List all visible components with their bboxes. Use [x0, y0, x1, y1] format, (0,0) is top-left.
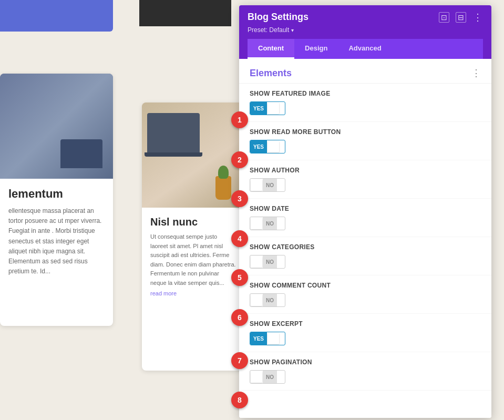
- focus-icon[interactable]: ⊡: [439, 12, 449, 23]
- tab-content[interactable]: Content: [248, 39, 294, 59]
- more-options-icon[interactable]: ⋮: [472, 12, 483, 23]
- setting-label-comment-count: Show Comment Count: [250, 282, 481, 289]
- panel-header-icons: ⊡ ⊟ ⋮: [439, 12, 483, 23]
- card-right-image: [142, 103, 244, 208]
- setting-row-author: Show AuthorNO: [239, 160, 491, 199]
- blue-rectangle: [0, 0, 113, 32]
- circle-7: 7: [231, 352, 248, 369]
- card-left-image: [0, 74, 113, 179]
- setting-label-excerpt: Show Excerpt: [250, 320, 481, 327]
- toggle-featured-image[interactable]: YES: [250, 101, 285, 115]
- panel-title: Blog Settings: [248, 12, 308, 23]
- setting-row-date: Show DateNO: [239, 199, 491, 237]
- read-more-link[interactable]: read more: [150, 290, 236, 296]
- circle-2: 2: [231, 151, 248, 168]
- setting-label-date: Show Date: [250, 205, 481, 212]
- setting-row-categories: Show CategoriesNO: [239, 237, 491, 275]
- circle-5: 5: [231, 269, 248, 286]
- panel-preset[interactable]: Preset: Default: [248, 26, 294, 34]
- panel-header: Blog Settings ⊡ ⊟ ⋮ Preset: Default Cont…: [239, 5, 491, 59]
- setting-row-comment-count: Show Comment CountNO: [239, 275, 491, 314]
- tab-advanced[interactable]: Advanced: [338, 39, 392, 59]
- dark-rectangle: [139, 0, 231, 26]
- panel-tabs: Content Design Advanced: [248, 39, 483, 59]
- plant-icon: [215, 176, 231, 200]
- settings-rows: Show Featured ImageYESShow Read More But…: [239, 84, 491, 391]
- card-right-title: Nisl nunc: [150, 216, 236, 228]
- setting-label-read-more: Show Read More Button: [250, 128, 481, 136]
- setting-row-excerpt: Show ExcerptYES: [239, 314, 491, 352]
- card-right-text: Ut consequat sempe justo laoreet sit ame…: [150, 232, 236, 288]
- card-left-title: lementum: [8, 187, 105, 201]
- circle-8: 8: [231, 392, 248, 408]
- circle-6: 6: [231, 309, 248, 326]
- toggle-excerpt[interactable]: YES: [250, 332, 285, 345]
- toggle-comment-count[interactable]: NO: [250, 293, 285, 307]
- panel-body: Elements ⋮ Show Featured ImageYESShow Re…: [239, 59, 491, 418]
- setting-label-author: Show Author: [250, 167, 481, 174]
- setting-row-pagination: Show PaginationNO: [239, 352, 491, 391]
- card-left-text: ellentesque massa placerat an tortor pos…: [8, 206, 105, 276]
- circle-3: 3: [231, 190, 248, 207]
- setting-row-featured-image: Show Featured ImageYES: [239, 84, 491, 122]
- circle-4: 4: [231, 230, 248, 247]
- toggle-categories[interactable]: NO: [250, 255, 285, 269]
- section-title: Elements: [250, 68, 292, 79]
- settings-panel: Blog Settings ⊡ ⊟ ⋮ Preset: Default Cont…: [239, 5, 491, 418]
- toggle-author[interactable]: NO: [250, 178, 285, 192]
- panel-header-top: Blog Settings ⊡ ⊟ ⋮: [248, 12, 483, 23]
- setting-label-featured-image: Show Featured Image: [250, 90, 481, 97]
- card-right-body: Nisl nunc Ut consequat sempe justo laore…: [142, 208, 244, 305]
- setting-row-read-more: Show Read More ButtonYES: [239, 122, 491, 160]
- section-header: Elements ⋮: [239, 59, 491, 84]
- tab-design[interactable]: Design: [294, 39, 338, 59]
- laptop-icon: [147, 113, 200, 152]
- toggle-pagination[interactable]: NO: [250, 370, 285, 384]
- circle-1: 1: [231, 111, 248, 128]
- card-left: lementum ellentesque massa placerat an t…: [0, 74, 113, 326]
- card-right: Nisl nunc Ut consequat sempe justo laore…: [142, 103, 244, 371]
- card-left-body: lementum ellentesque massa placerat an t…: [0, 179, 113, 285]
- columns-icon[interactable]: ⊟: [456, 12, 466, 23]
- setting-label-categories: Show Categories: [250, 243, 481, 251]
- setting-label-pagination: Show Pagination: [250, 358, 481, 366]
- section-menu-icon[interactable]: ⋮: [471, 67, 481, 79]
- toggle-date[interactable]: NO: [250, 217, 285, 230]
- toggle-read-more[interactable]: YES: [250, 140, 285, 153]
